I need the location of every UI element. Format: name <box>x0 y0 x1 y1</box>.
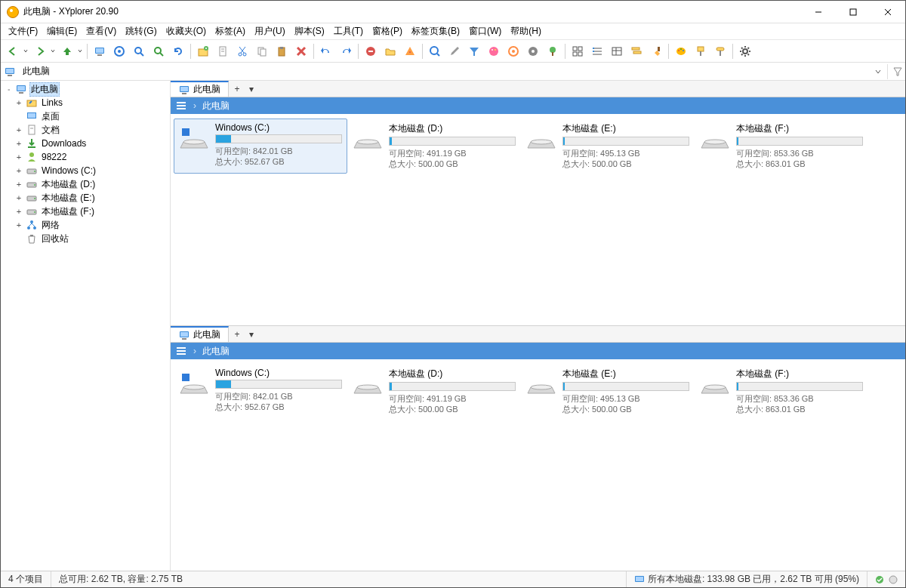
file-view[interactable]: Windows (C:)可用空间: 842.01 GB总大小: 952.67 G… <box>171 114 905 325</box>
pizza-icon[interactable] <box>401 42 419 60</box>
menu-item[interactable]: 脚本(S) <box>290 23 329 39</box>
palette2-icon[interactable] <box>672 42 690 60</box>
drive-item[interactable]: 本地磁盘 (F:)可用空间: 853.36 GB总大小: 863.01 GB <box>695 364 868 419</box>
breadcrumb-item[interactable]: 此电脑 <box>202 345 230 358</box>
redo-icon[interactable] <box>337 42 355 60</box>
menu-item[interactable]: 文件(F) <box>4 23 42 39</box>
funnel-icon[interactable] <box>465 42 483 60</box>
tree-item[interactable]: +网络 <box>1 218 170 232</box>
up-icon[interactable] <box>58 42 76 60</box>
breadcrumb-item[interactable]: 此电脑 <box>202 100 230 112</box>
disc-grey-icon[interactable] <box>524 42 542 60</box>
drive-item[interactable]: 本地磁盘 (D:)可用空间: 491.19 GB总大小: 500.00 GB <box>347 364 521 419</box>
address-input[interactable]: 此电脑 <box>19 63 869 79</box>
minimize-button[interactable] <box>801 1 836 23</box>
menu-item[interactable]: 标签(A) <box>211 23 250 39</box>
copy-icon[interactable] <box>253 42 271 60</box>
maximize-button[interactable] <box>836 1 871 23</box>
back-icon-dropdown[interactable] <box>22 42 29 60</box>
drive-item[interactable]: 本地磁盘 (E:)可用空间: 495.13 GB总大小: 500.00 GB <box>521 119 695 174</box>
address-dropdown-icon[interactable] <box>872 66 884 78</box>
close-button[interactable] <box>871 1 905 23</box>
cut-icon[interactable] <box>233 42 251 60</box>
roller-icon[interactable] <box>711 42 729 60</box>
tree-item[interactable]: +Links <box>1 96 170 109</box>
menu-item[interactable]: 标签页集(B) <box>407 23 464 39</box>
brush-icon[interactable] <box>647 42 665 60</box>
tab-dropdown-icon[interactable]: ▾ <box>245 326 257 342</box>
tree-expander[interactable]: + <box>14 180 23 189</box>
target-orange-icon[interactable] <box>504 42 522 60</box>
drive-item[interactable]: Windows (C:)可用空间: 842.01 GB总大小: 952.67 G… <box>174 119 347 174</box>
tree-expander[interactable]: + <box>14 125 23 134</box>
menu-item[interactable]: 跳转(G) <box>121 23 161 39</box>
tree-expander[interactable]: + <box>14 207 23 216</box>
zoom-blue-icon[interactable] <box>426 42 444 60</box>
filter-icon[interactable] <box>887 64 902 79</box>
tree-item[interactable]: 回收站 <box>1 232 170 245</box>
monitor-icon[interactable] <box>91 42 109 60</box>
gear-icon[interactable] <box>736 42 754 60</box>
menu-item[interactable]: 用户(U) <box>250 23 290 39</box>
tree-expander[interactable]: + <box>14 193 23 202</box>
tree-item[interactable]: +Windows (C:) <box>1 164 170 177</box>
menu-item[interactable]: 窗口(W) <box>464 23 506 39</box>
paste-icon[interactable] <box>273 42 291 60</box>
tree-item[interactable]: 桌面 <box>1 109 170 123</box>
menu-item[interactable]: 收藏夹(O) <box>162 23 211 39</box>
tree-root[interactable]: ˗此电脑 <box>1 82 170 96</box>
target-icon[interactable] <box>110 42 128 60</box>
search-green-icon[interactable] <box>149 42 168 60</box>
tree-expander[interactable]: + <box>14 152 23 162</box>
up-icon-dropdown[interactable] <box>76 42 84 60</box>
doc-icon[interactable] <box>214 42 232 60</box>
tree-expander[interactable]: + <box>14 139 23 148</box>
file-view[interactable]: Windows (C:)可用空间: 842.01 GB总大小: 952.67 G… <box>171 359 905 571</box>
forward-icon[interactable] <box>31 42 49 60</box>
menu-item[interactable]: 窗格(P) <box>368 23 407 39</box>
tree-green-icon[interactable] <box>544 42 562 60</box>
tree-item[interactable]: +文档 <box>1 123 170 137</box>
tree-item[interactable]: +Downloads <box>1 137 170 150</box>
tree-expander[interactable]: + <box>14 220 23 229</box>
stop-red-icon[interactable] <box>362 42 380 60</box>
drive-item[interactable]: 本地磁盘 (F:)可用空间: 853.36 GB总大小: 863.01 GB <box>695 119 868 174</box>
paint-icon[interactable] <box>692 42 710 60</box>
tree-expander[interactable]: + <box>14 166 23 175</box>
tab-add-button[interactable]: + <box>229 81 245 97</box>
details-icon[interactable] <box>588 42 606 60</box>
back-icon[interactable] <box>4 42 22 60</box>
menu-item[interactable]: 查看(V) <box>82 23 121 39</box>
drive-item[interactable]: 本地磁盘 (D:)可用空间: 491.19 GB总大小: 500.00 GB <box>347 119 521 174</box>
menu-item[interactable]: 编辑(E) <box>42 23 82 39</box>
list-icon[interactable] <box>608 42 626 60</box>
tree-expander[interactable]: ˗ <box>4 85 13 94</box>
grid-icon[interactable] <box>569 42 587 60</box>
palette-icon[interactable] <box>485 42 503 60</box>
drive-item[interactable]: Windows (C:)可用空间: 842.01 GB总大小: 952.67 G… <box>174 364 347 419</box>
forward-icon-dropdown[interactable] <box>49 42 57 60</box>
drive-item[interactable]: 本地磁盘 (E:)可用空间: 495.13 GB总大小: 500.00 GB <box>521 364 695 419</box>
folder-yellow-icon[interactable] <box>381 42 399 60</box>
hamburger-icon[interactable] <box>175 102 187 109</box>
search-blue-icon[interactable] <box>130 42 148 60</box>
openwith-icon[interactable] <box>194 42 212 60</box>
refresh-icon[interactable] <box>169 42 187 60</box>
dropper-icon[interactable] <box>445 42 464 60</box>
undo-icon[interactable] <box>317 42 335 60</box>
tree-item[interactable]: +本地磁盘 (D:) <box>1 177 170 191</box>
tree-item[interactable]: +本地磁盘 (E:) <box>1 191 170 205</box>
folder-tree[interactable]: ˗此电脑+Links桌面+文档+Downloads+98222+Windows … <box>1 81 171 571</box>
menu-item[interactable]: 工具(T) <box>329 23 368 39</box>
tab-add-button[interactable]: + <box>229 326 245 342</box>
hamburger-icon[interactable] <box>175 347 187 355</box>
tab[interactable]: 此电脑 <box>171 81 229 97</box>
menu-item[interactable]: 帮助(H) <box>506 23 546 39</box>
delete-icon[interactable] <box>292 42 310 60</box>
tree-item[interactable]: +本地磁盘 (F:) <box>1 205 170 218</box>
tab-dropdown-icon[interactable]: ▾ <box>245 81 257 97</box>
tree-item[interactable]: +98222 <box>1 150 170 164</box>
tab[interactable]: 此电脑 <box>171 326 229 342</box>
tree-expander[interactable]: + <box>14 98 23 107</box>
queue-icon[interactable] <box>627 42 646 60</box>
